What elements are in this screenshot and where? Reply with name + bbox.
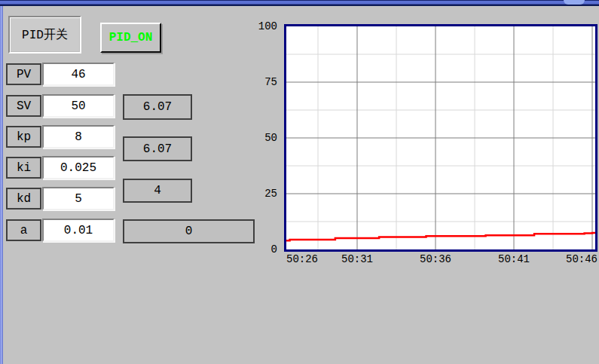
param-input-sv[interactable] [42,94,115,118]
y-tick-label: 0 [271,243,277,255]
param-label-a: a [6,219,41,241]
param-label-kp: kp [6,126,41,148]
param-input-kp[interactable] [42,125,115,148]
param-label-pv: PV [6,63,41,85]
param-input-kd[interactable] [42,187,115,210]
chart-plot [284,24,597,252]
param-label-kd: kd [6,188,41,210]
param-label-ki: ki [6,157,41,179]
output-box-4: 0 [123,219,255,243]
x-tick-label: 50:36 [420,254,451,265]
titlebar-button-fragment [564,0,585,5]
y-tick-label: 25 [264,188,277,200]
x-tick-label: 50:41 [498,254,530,265]
x-tick-label: 50:46 [566,254,597,265]
output-box-3: 4 [123,179,192,203]
window-titlebar-edge [0,0,599,6]
param-input-pv[interactable] [42,63,115,86]
output-box-1: 6.07 [123,94,192,120]
trend-line [286,233,595,240]
param-input-a[interactable] [42,219,115,242]
x-tick-label: 50:26 [286,254,318,265]
y-tick-label: 50 [264,132,277,144]
output-box-2: 6.07 [123,136,192,161]
y-axis-labels: 1007550250 [241,26,280,249]
param-input-ki[interactable] [42,156,115,179]
y-tick-label: 100 [258,20,277,32]
pid-switch-button[interactable]: PID开关 [8,16,81,54]
hmi-screen: PID开关 PID_ON PV SV kp ki kd a 6.07 6.07 … [0,0,599,364]
y-tick-label: 75 [264,76,277,88]
x-axis-labels: 50:2650:3150:3650:4150:46 [286,254,595,266]
x-tick-label: 50:31 [341,254,373,265]
window-left-border [0,6,3,364]
param-label-sv: SV [6,95,41,117]
trend-plot-svg [286,26,595,249]
pid-status-indicator: PID_ON [100,23,161,53]
